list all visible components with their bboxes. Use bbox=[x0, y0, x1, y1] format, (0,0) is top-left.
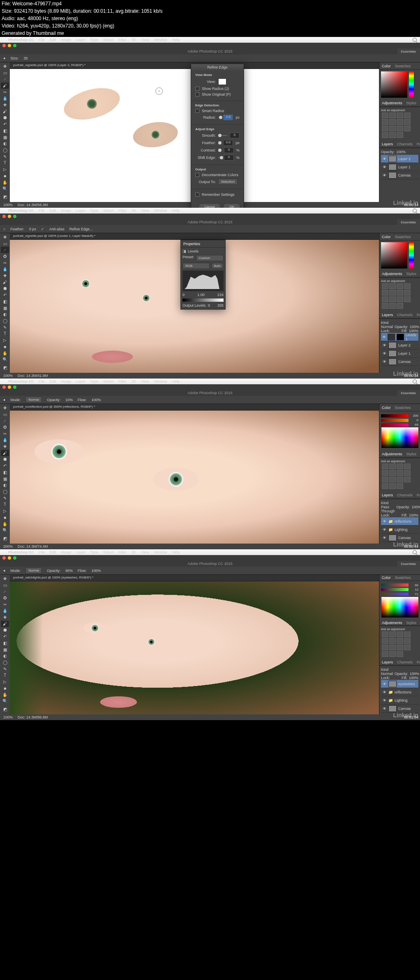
adj-icon[interactable] bbox=[382, 303, 388, 309]
adj-icon[interactable] bbox=[404, 470, 411, 476]
color-swap-icon[interactable]: ◩ bbox=[1, 363, 9, 372]
layer-row[interactable]: 👁📁Lighting bbox=[381, 696, 418, 705]
menu-file[interactable]: File bbox=[39, 550, 45, 554]
search-icon[interactable] bbox=[413, 379, 417, 383]
menu-view[interactable]: View bbox=[141, 379, 149, 383]
marquee-tool[interactable]: ▭ bbox=[1, 582, 9, 588]
type-tool[interactable]: T bbox=[1, 672, 9, 679]
adj-bw[interactable] bbox=[404, 119, 411, 125]
visibility-icon[interactable]: 👁 bbox=[382, 157, 387, 161]
flow-value[interactable]: 100% bbox=[91, 398, 101, 402]
hand-tool[interactable]: ✋ bbox=[1, 521, 9, 527]
channel-select[interactable]: RGB bbox=[183, 263, 210, 269]
b-value[interactable]: 71 bbox=[410, 592, 418, 596]
view-thumbnail[interactable] bbox=[218, 78, 226, 85]
b-value[interactable]: 69 bbox=[410, 423, 418, 427]
channels-tab[interactable]: Channels bbox=[397, 660, 413, 664]
search-icon[interactable] bbox=[413, 38, 417, 42]
path-tool[interactable]: ▷ bbox=[1, 166, 9, 172]
brush-tool[interactable]: 🖌 bbox=[1, 279, 9, 285]
maximize-button[interactable] bbox=[13, 386, 16, 389]
menu-window[interactable]: Window bbox=[154, 379, 167, 383]
adj-icon[interactable] bbox=[382, 283, 388, 289]
type-tool[interactable]: T bbox=[1, 331, 9, 337]
adj-icon[interactable] bbox=[404, 477, 411, 482]
hue-strip[interactable] bbox=[409, 71, 414, 98]
flow-value[interactable]: 100% bbox=[91, 569, 101, 573]
menu-view[interactable]: View bbox=[141, 38, 149, 42]
adj-posterize[interactable] bbox=[404, 126, 411, 131]
brush-icon[interactable]: ● bbox=[3, 398, 5, 402]
stamp-tool[interactable]: ⬢ bbox=[1, 627, 9, 633]
smart-radius-checkbox[interactable] bbox=[195, 109, 199, 113]
menu-3d[interactable]: 3D bbox=[132, 379, 137, 383]
menu-layer[interactable]: Layer bbox=[76, 379, 86, 383]
swatches-tab[interactable]: Swatches bbox=[395, 235, 411, 239]
quick-select-tool[interactable]: 🖌 bbox=[1, 83, 9, 89]
input-white[interactable]: 216 bbox=[217, 293, 224, 297]
adj-photo[interactable] bbox=[382, 126, 388, 131]
menu-image[interactable]: Image bbox=[61, 209, 71, 213]
gradient-tool[interactable]: ▦ bbox=[1, 647, 9, 653]
essentials-tab[interactable]: Essentials bbox=[397, 561, 420, 567]
blur-tool[interactable]: ◐ bbox=[1, 482, 9, 488]
adj-icon[interactable] bbox=[382, 296, 388, 302]
hand-tool[interactable]: ✋ bbox=[1, 350, 9, 356]
brush-tool[interactable]: 🖌 bbox=[1, 450, 9, 456]
feather-input[interactable]: 0.0 bbox=[223, 140, 233, 146]
contrast-slider[interactable] bbox=[218, 150, 221, 151]
hand-tool[interactable]: ✋ bbox=[1, 692, 9, 698]
adj-icon[interactable] bbox=[397, 283, 403, 289]
menu-type[interactable]: Type bbox=[90, 550, 98, 554]
eyedropper-tool[interactable]: 💧 bbox=[1, 266, 9, 273]
adj-icon[interactable] bbox=[397, 303, 403, 309]
output-white[interactable]: 255 bbox=[217, 303, 224, 308]
layers-tab[interactable]: Layers bbox=[382, 313, 393, 317]
adj-icon[interactable] bbox=[382, 638, 388, 644]
pen-tool[interactable]: ✎ bbox=[1, 495, 9, 501]
search-icon[interactable] bbox=[413, 550, 417, 554]
visibility-icon[interactable]: 👁 bbox=[382, 343, 387, 347]
adj-icon[interactable] bbox=[389, 290, 396, 296]
blur-tool[interactable]: ◐ bbox=[1, 653, 9, 659]
visibility-icon[interactable]: 👁 bbox=[382, 519, 387, 523]
folder-icon[interactable]: 📁 bbox=[388, 690, 393, 694]
menu-filter[interactable]: Filter bbox=[119, 550, 127, 554]
document-tab[interactable]: portrait_noreflection.psd @ 200% (reflec… bbox=[10, 404, 379, 411]
layer-row[interactable]: 👁eyelashes bbox=[381, 680, 418, 688]
quick-select-tool[interactable]: ✪ bbox=[1, 424, 9, 430]
adj-icon[interactable] bbox=[389, 464, 396, 469]
visibility-icon[interactable]: 👁 bbox=[382, 335, 386, 339]
opacity-value[interactable]: 10% bbox=[65, 398, 73, 402]
zoom-level[interactable]: 100% bbox=[3, 203, 13, 207]
menu-file[interactable]: File bbox=[39, 209, 45, 213]
mode-select[interactable]: Normal bbox=[25, 397, 42, 403]
menu-help[interactable]: Help bbox=[172, 379, 180, 383]
healing-tool[interactable]: ✚ bbox=[1, 614, 9, 620]
adj-icon[interactable] bbox=[397, 290, 403, 296]
visibility-icon[interactable]: 👁 bbox=[382, 351, 387, 356]
color-tab[interactable]: Color bbox=[382, 406, 391, 410]
adj-hue[interactable] bbox=[389, 119, 396, 125]
swatches-tab[interactable]: Swatches bbox=[395, 576, 411, 580]
menu-image[interactable]: Image bbox=[61, 550, 71, 554]
adjustments-tab[interactable]: Adjustments bbox=[382, 452, 402, 456]
close-button[interactable] bbox=[2, 215, 6, 218]
menu-file[interactable]: File bbox=[39, 38, 45, 42]
spectrum[interactable] bbox=[381, 427, 418, 448]
path-tool[interactable]: ▷ bbox=[1, 679, 9, 685]
adj-icon[interactable] bbox=[382, 290, 388, 296]
adj-channel[interactable] bbox=[389, 126, 396, 131]
eyedropper-tool[interactable]: 💧 bbox=[1, 96, 9, 102]
properties-tab[interactable]: Properties bbox=[183, 242, 200, 246]
stamp-tool[interactable]: ⬢ bbox=[1, 457, 9, 463]
close-button[interactable] bbox=[2, 386, 6, 389]
input-black[interactable]: 0 bbox=[183, 293, 185, 297]
maximize-button[interactable] bbox=[13, 556, 16, 560]
visibility-icon[interactable]: 👁 bbox=[382, 528, 387, 532]
healing-tool[interactable]: ✚ bbox=[1, 102, 9, 108]
pen-tool[interactable]: ✎ bbox=[1, 324, 9, 330]
layers-tab[interactable]: Layers bbox=[382, 493, 393, 497]
adj-icon[interactable] bbox=[389, 651, 396, 657]
menu-filter[interactable]: Filter bbox=[119, 38, 127, 42]
